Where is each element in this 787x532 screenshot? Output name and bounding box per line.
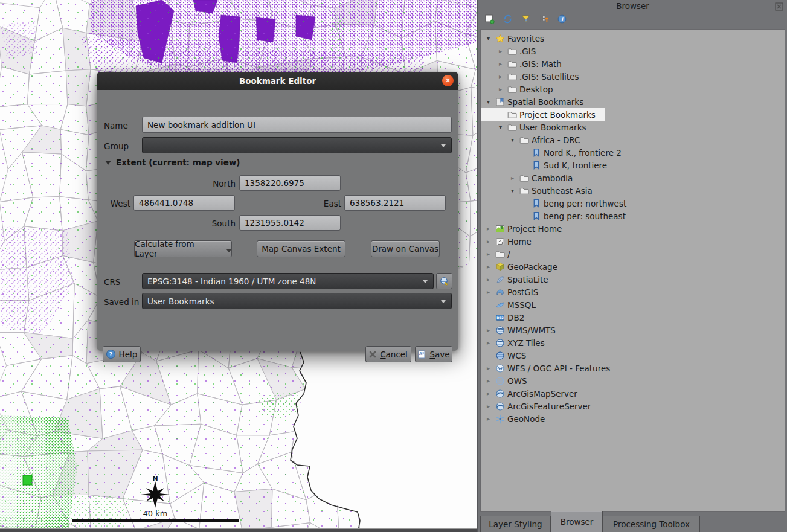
expander-collapsed-icon[interactable]: ▸: [484, 377, 492, 384]
refresh-button[interactable]: [501, 14, 513, 26]
tree-item-label: ArcGisFeatureServer: [507, 402, 591, 411]
expander-collapsed-icon[interactable]: ▸: [496, 73, 504, 80]
north-input[interactable]: [239, 175, 341, 191]
expander-collapsed-icon[interactable]: ▸: [484, 225, 492, 232]
tree-item-label: Project Home: [507, 224, 562, 234]
group-combobox[interactable]: [142, 137, 452, 153]
tree-item-xyz-tiles[interactable]: ▸XYZ Tiles: [481, 336, 554, 349]
tree-item-wcs[interactable]: WCS: [481, 349, 536, 362]
tab-layer-styling[interactable]: Layer Styling: [480, 516, 551, 532]
tree-item-africa-drc[interactable]: ▾Africa - DRC: [481, 133, 590, 146]
show-properties-button[interactable]: i: [556, 14, 568, 26]
east-input[interactable]: [344, 195, 446, 211]
saved-in-combobox[interactable]: User Bookmarks: [142, 293, 452, 309]
extent-group-header[interactable]: Extent (current: map view): [105, 158, 240, 167]
bookmark-icon: [531, 161, 541, 170]
select-crs-button[interactable]: [436, 273, 452, 289]
crs-combobox[interactable]: EPSG:3148 - Indian 1960 / UTM zone 48N: [142, 273, 434, 289]
map-canvas-extent-button[interactable]: Map Canvas Extent: [257, 240, 345, 257]
svg-text:A: A: [419, 351, 422, 356]
cancel-button[interactable]: Cancel: [365, 346, 411, 362]
expander-collapsed-icon[interactable]: ▸: [484, 365, 492, 371]
tree-item-label: WCS: [507, 351, 526, 361]
home-icon: [495, 237, 505, 246]
tree-item-gis[interactable]: ▸.GIS: [481, 45, 545, 57]
globe-wms-icon: [495, 338, 505, 348]
spatialite-icon: [495, 275, 505, 284]
tree-item-db2[interactable]: DB2DB2: [481, 311, 534, 324]
expander-expanded-icon[interactable]: ▾: [496, 124, 504, 130]
tab-processing-toolbox[interactable]: Processing Toolbox: [603, 516, 700, 532]
add-selected-layers-button[interactable]: [483, 14, 495, 26]
filter-browser-button[interactable]: [519, 14, 532, 26]
dialog-title: Bookmark Editor: [239, 76, 316, 86]
expander-expanded-icon[interactable]: ▾: [509, 187, 516, 194]
expander-collapsed-icon[interactable]: ▸: [509, 175, 516, 181]
expander-expanded-icon[interactable]: ▾: [484, 35, 492, 42]
folder-icon: [507, 110, 517, 120]
tree-item-root[interactable]: ▸/: [481, 248, 520, 260]
crs-globe-icon: [440, 277, 449, 286]
tree-item-mssql[interactable]: MSSQL: [481, 298, 545, 311]
draw-on-canvas-button[interactable]: Draw on Canvas: [371, 240, 440, 257]
expander-collapsed-icon[interactable]: ▸: [484, 263, 492, 270]
group-label: Group: [104, 141, 129, 151]
tree-item-southeast-asia[interactable]: ▾Southeast Asia: [481, 184, 602, 197]
tree-item-label: WMS/WMTS: [507, 325, 556, 335]
expander-collapsed-icon[interactable]: ▸: [484, 390, 492, 397]
expander-collapsed-icon[interactable]: ▸: [484, 276, 492, 283]
tree-item-beng-per-northwest[interactable]: beng per: northwest: [481, 197, 636, 210]
tree-item-project-bookmarks[interactable]: Project Bookmarks: [481, 108, 605, 121]
expander-collapsed-icon[interactable]: ▸: [496, 86, 504, 92]
expander-collapsed-icon[interactable]: ▸: [484, 251, 492, 257]
collapse-all-button[interactable]: [538, 14, 550, 26]
tree-item-arcgismapserver[interactable]: ▸ArcGisMapServer: [481, 387, 587, 400]
tree-item-user-bookmarks[interactable]: ▾User Bookmarks: [481, 121, 596, 133]
tree-item-arcgisfeatureserver[interactable]: ▸ArcGisFeatureServer: [481, 400, 600, 412]
tree-item-postgis[interactable]: ▸PostGIS: [481, 286, 548, 298]
tree-item-nord-k-frontiere-2[interactable]: Nord K., frontiere 2: [481, 146, 631, 159]
tree-item-geonode[interactable]: ▸GeoNode: [481, 412, 554, 425]
tree-item-wfs-ogc-api-features[interactable]: ▸WFS / OGC API - Features: [481, 362, 620, 374]
name-input[interactable]: [142, 117, 452, 133]
tree-item-label: MSSQL: [507, 300, 536, 310]
tree-item-sud-k-frontiere[interactable]: Sud K, frontiere: [481, 159, 617, 171]
expander-collapsed-icon[interactable]: ▸: [484, 327, 492, 333]
tree-item-beng-per-southeast[interactable]: beng per: southeast: [481, 210, 635, 222]
south-input[interactable]: [239, 215, 341, 231]
tree-item-label: ArcGisMapServer: [507, 389, 577, 399]
tree-item-gis-math[interactable]: ▸.GIS: Math: [481, 57, 571, 70]
help-icon: ?: [106, 350, 115, 359]
expander-collapsed-icon[interactable]: ▸: [484, 289, 492, 295]
expander-collapsed-icon[interactable]: ▸: [496, 60, 504, 67]
panel-close-button[interactable]: [775, 2, 783, 10]
expander-collapsed-icon[interactable]: ▸: [496, 48, 504, 54]
expander-collapsed-icon[interactable]: ▸: [484, 415, 492, 422]
tree-item-desktop[interactable]: ▸Desktop: [481, 83, 563, 95]
qgis-window: N 40 km Bookmark Editor ✕ Name Group: [0, 0, 787, 532]
expander-expanded-icon[interactable]: ▾: [509, 136, 516, 143]
browser-tree[interactable]: ▾Favorites▸.GIS▸.GIS: Math▸.GIS: Satelli…: [480, 29, 785, 512]
dialog-titlebar[interactable]: Bookmark Editor ✕: [97, 72, 458, 90]
save-button[interactable]: A Save: [415, 346, 452, 362]
expander-collapsed-icon[interactable]: ▸: [484, 339, 492, 346]
help-button[interactable]: ? Help: [103, 346, 141, 362]
dialog-close-button[interactable]: ✕: [442, 75, 454, 86]
tab-browser[interactable]: Browser: [551, 511, 603, 532]
west-input[interactable]: [133, 195, 235, 211]
tree-item-spatialite[interactable]: ▸SpatiaLite: [481, 273, 558, 286]
tree-item-favorites[interactable]: ▾Favorites: [481, 32, 554, 45]
tree-item-gis-satellites[interactable]: ▸.GIS: Satellites: [481, 70, 588, 83]
tree-item-home[interactable]: ▸Home: [481, 235, 541, 248]
expander-expanded-icon[interactable]: ▾: [484, 98, 492, 105]
expander-collapsed-icon[interactable]: ▸: [484, 403, 492, 409]
tree-item-ows[interactable]: ▸OWS: [481, 374, 537, 387]
tree-item-project-home[interactable]: ▸Project Home: [481, 222, 571, 235]
calculate-from-layer-button[interactable]: Calculate from Layer: [134, 240, 232, 257]
tree-item-label: beng per: southeast: [544, 211, 626, 221]
tree-item-cambodia[interactable]: ▸Cambodia: [481, 171, 582, 184]
expander-collapsed-icon[interactable]: ▸: [484, 238, 492, 245]
tree-item-geopackage[interactable]: ▸GeoPackage: [481, 260, 567, 273]
tree-item-wms-wmts[interactable]: ▸WMS/WMTS: [481, 324, 565, 336]
tree-item-spatial-bookmarks[interactable]: ▾Spatial Bookmarks: [481, 95, 593, 108]
